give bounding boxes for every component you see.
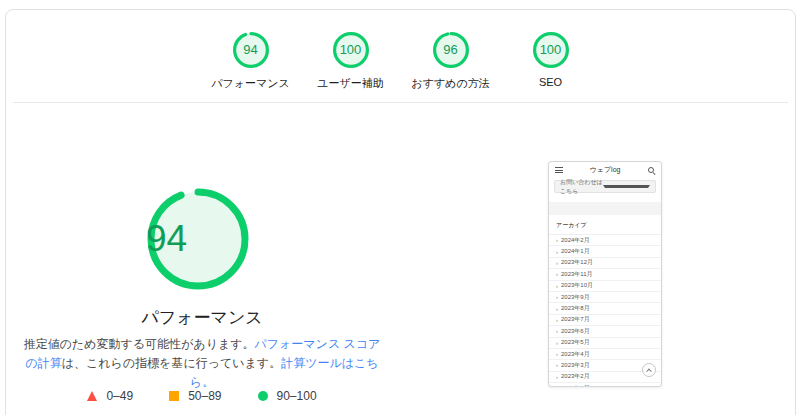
archive-item: ›2023年4月 <box>549 349 661 360</box>
chevron-right-icon: › <box>556 374 558 380</box>
archive-item: ›2024年1月 <box>549 246 661 257</box>
legend-range: 50–89 <box>188 389 221 403</box>
page-screenshot-thumbnail: ウェブlog お問い合わせはこちら アーカイブ ›2024年2月›2024年1月… <box>548 161 662 387</box>
performance-score-value: 94 <box>146 187 250 291</box>
archive-item-label: 2023年4月 <box>561 350 590 359</box>
archive-item: ›2023年7月 <box>549 315 661 326</box>
archive-item-label: 2023年10月 <box>561 281 593 290</box>
performance-description: 推定値のため変動する可能性があります。パフォーマンス スコアの計算は、これらの指… <box>20 335 384 392</box>
chevron-right-icon: › <box>556 362 558 368</box>
archive-item-label: 2023年3月 <box>561 361 590 370</box>
chevron-right-icon: › <box>556 294 558 300</box>
archive-item-label: 2023年2月 <box>561 372 590 381</box>
archive-item: ›2024年2月 <box>549 235 661 246</box>
performance-score-gauge: 94 <box>146 187 250 291</box>
gauge-circle: 96 <box>432 31 470 69</box>
chevron-up-icon <box>646 369 652 375</box>
summary-gauge-best-practices[interactable]: 96 おすすめの方法 <box>401 31 501 91</box>
legend-item-fail: 0–49 <box>87 389 133 403</box>
summary-gauge-performance[interactable]: 94 パフォーマンス <box>201 31 301 91</box>
gauge-score: 100 <box>532 31 570 69</box>
description-text: は、これらの指標を基に行っています。 <box>62 356 281 370</box>
archive-item-label: 2024年1月 <box>561 247 590 256</box>
description-text: 推定値のため変動する可能性があります。 <box>24 337 255 351</box>
archive-item-label: 2023年5月 <box>561 338 590 347</box>
gauge-score: 100 <box>332 31 370 69</box>
gauge-circle: 100 <box>332 31 370 69</box>
thumbnail-contact-dropdown: お問い合わせはこちら <box>554 180 656 193</box>
archive-item-label: 2023年11月 <box>561 270 593 279</box>
scroll-to-top-button <box>642 363 656 377</box>
performance-section-title: パフォーマンス <box>6 306 398 329</box>
archive-item-label: 2023年6月 <box>561 327 590 336</box>
thumbnail-site-header: ウェブlog <box>549 162 661 178</box>
search-icon <box>647 166 655 174</box>
archive-item-label: 2023年1月 <box>561 384 590 387</box>
chevron-right-icon: › <box>556 351 558 357</box>
archive-item: ›2023年12月 <box>549 258 661 269</box>
gauge-circle: 100 <box>532 31 570 69</box>
square-icon <box>169 391 179 401</box>
gauge-circle: 94 <box>232 31 270 69</box>
gauge-label: パフォーマンス <box>201 76 301 91</box>
summary-gauge-seo[interactable]: 100 SEO <box>501 31 601 91</box>
legend-item-average: 50–89 <box>169 389 221 403</box>
dropdown-label: お問い合わせはこちら <box>560 178 603 196</box>
archive-item-label: 2023年9月 <box>561 293 590 302</box>
chevron-right-icon: › <box>556 317 558 323</box>
chevron-right-icon: › <box>556 271 558 277</box>
legend-item-pass: 90–100 <box>258 389 317 403</box>
score-legend: 0–49 50–89 90–100 <box>6 389 398 403</box>
caret-down-icon <box>603 185 650 188</box>
archive-item-label: 2024年2月 <box>561 236 590 245</box>
archive-item-label: 2023年7月 <box>561 315 590 324</box>
archive-item: ›2023年1月 <box>549 383 661 387</box>
archive-item: ›2023年5月 <box>549 338 661 349</box>
header-divider <box>13 102 788 103</box>
gauge-score: 94 <box>232 31 270 69</box>
legend-range: 90–100 <box>277 389 317 403</box>
hamburger-menu-icon <box>555 167 563 173</box>
chevron-right-icon: › <box>556 306 558 312</box>
archive-item: ›2023年11月 <box>549 269 661 280</box>
report-card: 94 パフォーマンス 100 ユーザー補助 96 おすすめの方 <box>5 9 796 415</box>
chevron-right-icon: › <box>556 340 558 346</box>
archive-heading: アーカイブ <box>549 215 661 235</box>
chevron-right-icon: › <box>556 385 558 387</box>
gauge-label: ユーザー補助 <box>301 76 401 91</box>
summary-gauge-accessibility[interactable]: 100 ユーザー補助 <box>301 31 401 91</box>
archive-item: ›2023年8月 <box>549 303 661 314</box>
category-summary-row: 94 パフォーマンス 100 ユーザー補助 96 おすすめの方 <box>6 31 795 91</box>
gauge-label: SEO <box>501 76 601 88</box>
thumbnail-section-band <box>549 202 661 215</box>
legend-range: 0–49 <box>106 389 133 403</box>
circle-icon <box>258 391 268 401</box>
gauge-label: おすすめの方法 <box>401 76 501 91</box>
archive-item: ›2023年6月 <box>549 326 661 337</box>
thumbnail-site-title: ウェブlog <box>563 165 647 175</box>
archive-item-label: 2023年8月 <box>561 304 590 313</box>
gauge-score: 96 <box>432 31 470 69</box>
chevron-right-icon: › <box>556 283 558 289</box>
chevron-right-icon: › <box>556 328 558 334</box>
archive-item: ›2023年9月 <box>549 292 661 303</box>
chevron-right-icon: › <box>556 260 558 266</box>
archive-item-label: 2023年12月 <box>561 258 593 267</box>
chevron-right-icon: › <box>556 237 558 243</box>
archive-item: ›2023年10月 <box>549 281 661 292</box>
triangle-icon <box>87 391 97 401</box>
chevron-right-icon: › <box>556 249 558 255</box>
